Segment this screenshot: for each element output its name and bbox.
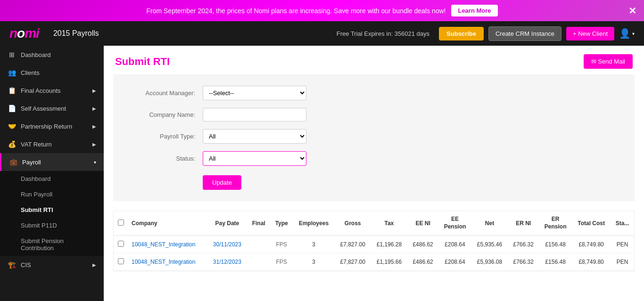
sidebar-subitem-submit-pension[interactable]: Submit Pension Contribution	[0, 233, 104, 256]
close-banner-button[interactable]: ✕	[628, 5, 636, 16]
row-checkbox-cell	[114, 236, 128, 253]
cell-ee-ni: £486.62	[407, 236, 438, 253]
th-final: Final	[247, 211, 270, 236]
status-select[interactable]: All Pending Submitted Failed	[203, 151, 306, 166]
payroll-type-control: All FPS EPS EYU	[203, 129, 306, 144]
sidebar-item-clients[interactable]: 👥 Clients	[0, 64, 104, 81]
row-checkbox-0[interactable]	[118, 241, 124, 247]
chevron-right-icon: ▶	[92, 88, 96, 93]
cell-net: £5,935.46	[471, 236, 508, 253]
th-pay-date: Pay Date	[207, 211, 248, 236]
type-badge: FPS	[276, 241, 287, 248]
cis-icon: 🏗️	[8, 261, 16, 268]
company-link-1[interactable]: 10048_NEST_Integration	[132, 259, 195, 265]
payroll-icon: 💼	[9, 158, 17, 166]
banner-message: From September 2024, the prices of Nomi …	[146, 7, 446, 15]
th-employees: Employees	[293, 211, 334, 236]
sidebar-subitem-payroll-dashboard[interactable]: Dashboard	[0, 171, 104, 187]
cell-final	[247, 253, 270, 271]
payroll-submenu: Dashboard Run Payroll Submit RTI Submit …	[0, 171, 104, 256]
account-manager-label: Account Manager:	[127, 89, 203, 97]
page-title: Submit RTI	[115, 56, 170, 68]
status-control: All Pending Submitted Failed	[203, 151, 306, 166]
self-assessment-icon: 📄	[8, 105, 16, 112]
main-inner: Submit RTI ✉ Send Mail Account Manager: …	[104, 46, 644, 301]
user-menu-button[interactable]: 👤 ▾	[619, 28, 635, 39]
company-name-row: Company Name:	[127, 108, 620, 122]
cell-er-pension: £156.48	[539, 236, 572, 253]
sidebar-item-payroll[interactable]: 💼 Payroll ▾	[0, 153, 104, 171]
th-ee-ni: EE NI	[407, 211, 438, 236]
table-header-row: Company Pay Date Final Type Employees Gr…	[114, 211, 634, 236]
main-layout: ⊞ Dashboard 👥 Clients 📋 Final Accounts ▶…	[0, 46, 644, 301]
cell-ee-ni: £486.62	[407, 253, 438, 271]
rti-table: Company Pay Date Final Type Employees Gr…	[114, 211, 634, 271]
sidebar-subitem-submit-p11d[interactable]: Submit P11D	[0, 218, 104, 233]
sidebar-item-cis[interactable]: 🏗️ CIS ▶	[0, 256, 104, 274]
sidebar-item-label: Dashboard	[21, 51, 51, 58]
status-row: Status: All Pending Submitted Failed	[127, 151, 620, 166]
company-name-input[interactable]	[203, 108, 306, 122]
update-button[interactable]: Update	[203, 175, 241, 190]
cell-ee-pension: £208.64	[438, 236, 471, 253]
th-company: Company	[128, 211, 207, 236]
company-name-control	[203, 108, 306, 122]
cell-status: PEN	[611, 253, 634, 271]
subscribe-button[interactable]: Subscribe	[439, 27, 484, 41]
company-link-0[interactable]: 10048_NEST_Integration	[132, 241, 195, 248]
sidebar-item-label: Self Assessment	[21, 105, 66, 112]
create-crm-button[interactable]: Create CRM Instance	[488, 26, 561, 41]
header-actions: Subscribe Create CRM Instance + New Clie…	[439, 26, 635, 41]
sidebar-subitem-run-payroll[interactable]: Run Payroll	[0, 187, 104, 202]
new-client-button[interactable]: + New Client	[566, 27, 614, 41]
th-total-cost: Total Cost	[572, 211, 611, 236]
cell-gross: £7,827.00	[335, 253, 371, 271]
row-checkbox-1[interactable]	[118, 258, 124, 264]
th-net: Net	[471, 211, 508, 236]
vat-return-icon: 💰	[8, 140, 16, 148]
learn-more-button[interactable]: Learn More	[451, 5, 497, 16]
cell-employees: 3	[293, 253, 334, 271]
sidebar-item-dashboard[interactable]: ⊞ Dashboard	[0, 46, 104, 64]
partnership-return-icon: 🤝	[8, 122, 16, 130]
chevron-right-icon: ▶	[92, 124, 96, 129]
cell-net: £5,936.08	[471, 253, 508, 271]
final-accounts-icon: 📋	[8, 87, 16, 94]
sidebar-item-self-assessment[interactable]: 📄 Self Assessment ▶	[0, 99, 104, 117]
chevron-right-icon: ▶	[92, 262, 96, 268]
cell-total-cost: £8,749.80	[572, 253, 611, 271]
th-type: Type	[270, 211, 293, 236]
sidebar-item-label: VAT Return	[21, 141, 52, 148]
sidebar-subitem-submit-rti[interactable]: Submit RTI	[0, 202, 104, 218]
sidebar-item-label: Payroll	[22, 159, 41, 166]
payroll-type-row: Payroll Type: All FPS EPS EYU	[127, 129, 620, 144]
cell-tax: £1,196.28	[371, 236, 407, 253]
page-header: Submit RTI ✉ Send Mail	[104, 46, 644, 74]
dashboard-icon: ⊞	[8, 51, 16, 58]
cell-pay-date: 31/12/2023	[207, 253, 248, 271]
account-manager-select[interactable]: --Select--	[203, 86, 306, 100]
pay-date-link-0[interactable]: 30/11/2023	[213, 241, 241, 248]
th-er-pension: ERPension	[539, 211, 572, 236]
main-content: Submit RTI ✉ Send Mail Account Manager: …	[104, 46, 644, 301]
sidebar-item-partnership-return[interactable]: 🤝 Partnership Return ▶	[0, 117, 104, 135]
table-row: 10048_NEST_Integration 30/11/2023 FPS 3 …	[114, 236, 634, 253]
pay-date-link-1[interactable]: 31/12/2023	[213, 259, 241, 265]
table-row: 10048_NEST_Integration 31/12/2023 FPS 3 …	[114, 253, 634, 271]
account-manager-control: --Select--	[203, 86, 306, 100]
cell-tax: £1,195.66	[371, 253, 407, 271]
header: nomi 2015 Payrolls Free Trial Expires in…	[0, 21, 644, 46]
type-badge: FPS	[276, 259, 287, 265]
sidebar-item-final-accounts[interactable]: 📋 Final Accounts ▶	[0, 81, 104, 99]
send-mail-button[interactable]: ✉ Send Mail	[584, 54, 633, 69]
select-all-checkbox[interactable]	[118, 220, 124, 226]
th-status: Sta...	[611, 211, 634, 236]
sidebar-item-vat-return[interactable]: 💰 VAT Return ▶	[0, 135, 104, 153]
cell-er-ni: £766.32	[508, 253, 539, 271]
payroll-type-select[interactable]: All FPS EPS EYU	[203, 129, 306, 144]
trial-text: Free Trial Expires in: 356021 days	[337, 30, 429, 37]
chevron-right-icon: ▶	[92, 106, 96, 111]
table-section: Company Pay Date Final Type Employees Gr…	[113, 211, 635, 271]
user-icon: 👤	[619, 28, 631, 39]
cell-type: FPS	[270, 253, 293, 271]
